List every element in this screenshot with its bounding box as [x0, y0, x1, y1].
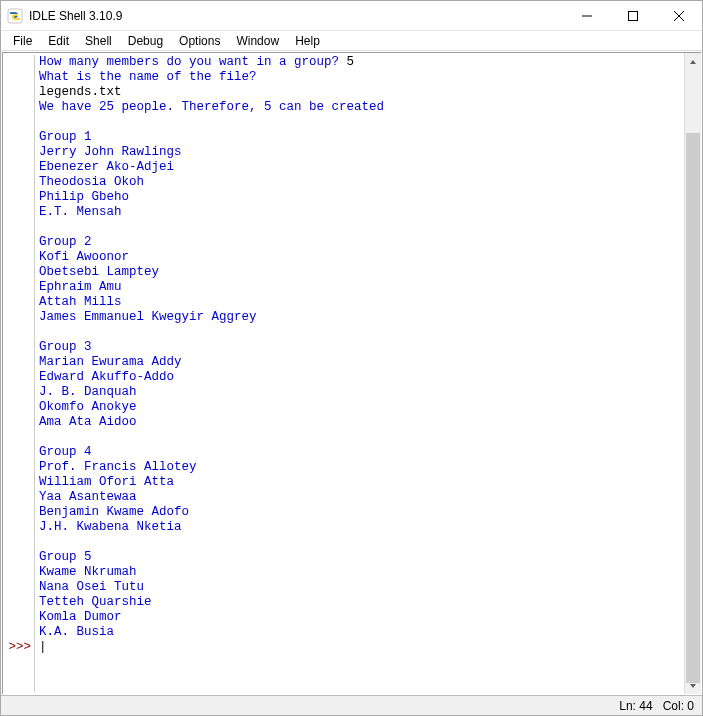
vertical-scrollbar[interactable]	[684, 53, 701, 694]
shell-line: How many members do you want in a group?…	[39, 55, 684, 70]
prompt: >>>	[5, 640, 31, 655]
shell-line: Tetteh Quarshie	[39, 595, 684, 610]
scroll-thumb[interactable]	[686, 133, 700, 683]
shell-lines: How many members do you want in a group?…	[39, 55, 684, 692]
shell-line: Group 4	[39, 445, 684, 460]
menu-file[interactable]: File	[5, 32, 40, 50]
shell-line	[39, 115, 684, 130]
status-column-number: Col: 0	[663, 699, 694, 713]
maximize-button[interactable]	[610, 1, 656, 31]
prompt-gutter: >>>	[5, 55, 33, 692]
shell-line: Okomfo Anokye	[39, 400, 684, 415]
menu-options[interactable]: Options	[171, 32, 228, 50]
shell-line: Ephraim Amu	[39, 280, 684, 295]
shell-line: Obetsebi Lamptey	[39, 265, 684, 280]
shell-line: Ama Ata Aidoo	[39, 415, 684, 430]
shell-text-area[interactable]: >>> How many members do you want in a gr…	[3, 53, 684, 694]
window-title: IDLE Shell 3.10.9	[29, 9, 564, 23]
svg-marker-6	[690, 684, 696, 688]
shell-line: Group 2	[39, 235, 684, 250]
menu-help[interactable]: Help	[287, 32, 328, 50]
shell-line: What is the name of the file?	[39, 70, 684, 85]
close-button[interactable]	[656, 1, 702, 31]
shell-line: K.A. Busia	[39, 625, 684, 640]
shell-line: Edward Akuffo-Addo	[39, 370, 684, 385]
scroll-down-arrow-icon[interactable]	[685, 677, 701, 694]
shell-line: Benjamin Kwame Adofo	[39, 505, 684, 520]
menu-edit[interactable]: Edit	[40, 32, 77, 50]
minimize-button[interactable]	[564, 1, 610, 31]
shell-line: William Ofori Atta	[39, 475, 684, 490]
shell-line: Kofi Awoonor	[39, 250, 684, 265]
shell-line: Komla Dumor	[39, 610, 684, 625]
shell-line: J. B. Danquah	[39, 385, 684, 400]
menubar: File Edit Shell Debug Options Window Hel…	[1, 31, 702, 51]
shell-line: James Emmanuel Kwegyir Aggrey	[39, 310, 684, 325]
scroll-up-arrow-icon[interactable]	[685, 53, 701, 70]
status-line-number: Ln: 44	[619, 699, 652, 713]
statusbar: Ln: 44 Col: 0	[1, 695, 702, 715]
shell-line: We have 25 people. Therefore, 5 can be c…	[39, 100, 684, 115]
gutter-separator	[34, 55, 35, 692]
svg-rect-2	[629, 11, 638, 20]
shell-line	[39, 325, 684, 340]
content-wrapper: >>> How many members do you want in a gr…	[2, 52, 701, 694]
menu-shell[interactable]: Shell	[77, 32, 120, 50]
shell-line: Yaa Asantewaa	[39, 490, 684, 505]
shell-line	[39, 220, 684, 235]
shell-line: Group 1	[39, 130, 684, 145]
shell-line: Kwame Nkrumah	[39, 565, 684, 580]
svg-marker-5	[690, 60, 696, 64]
shell-line	[39, 535, 684, 550]
shell-line: Jerry John Rawlings	[39, 145, 684, 160]
shell-line: Philip Gbeho	[39, 190, 684, 205]
menu-debug[interactable]: Debug	[120, 32, 171, 50]
shell-line: Attah Mills	[39, 295, 684, 310]
shell-line: Ebenezer Ako-Adjei	[39, 160, 684, 175]
shell-line: E.T. Mensah	[39, 205, 684, 220]
shell-line: Group 3	[39, 340, 684, 355]
titlebar: IDLE Shell 3.10.9	[1, 1, 702, 31]
shell-line: legends.txt	[39, 85, 684, 100]
shell-line	[39, 430, 684, 445]
shell-cursor-line[interactable]: |	[39, 640, 684, 655]
shell-line: Prof. Francis Allotey	[39, 460, 684, 475]
shell-line: Group 5	[39, 550, 684, 565]
python-idle-icon	[7, 8, 23, 24]
shell-line: J.H. Kwabena Nketia	[39, 520, 684, 535]
shell-line: Marian Ewurama Addy	[39, 355, 684, 370]
menu-window[interactable]: Window	[228, 32, 287, 50]
shell-line: Nana Osei Tutu	[39, 580, 684, 595]
shell-line: Theodosia Okoh	[39, 175, 684, 190]
window-controls	[564, 1, 702, 31]
